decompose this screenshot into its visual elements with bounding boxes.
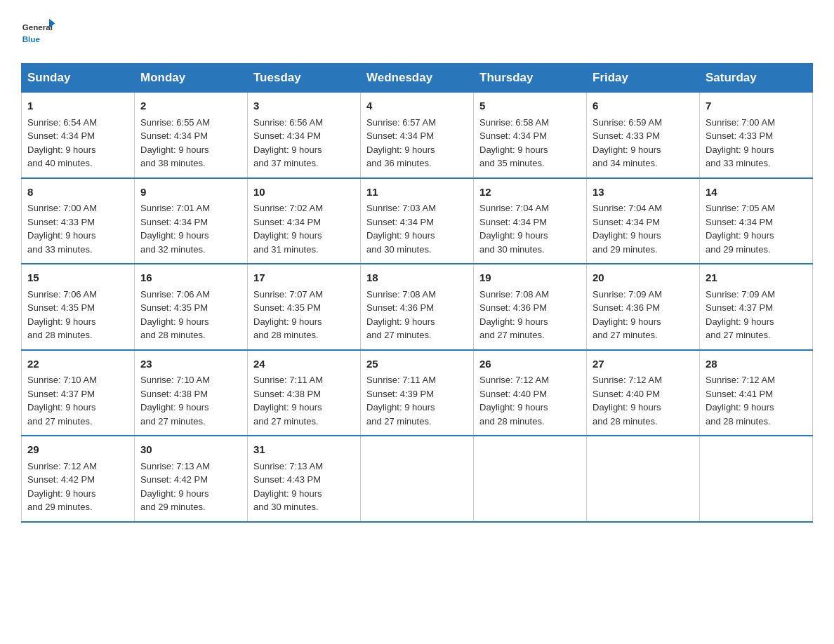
sunrise-line: Sunrise: 7:09 AM	[593, 288, 694, 302]
daylight-line: Daylight: 9 hours	[140, 143, 241, 157]
daylight-cont: and 30 minutes.	[253, 500, 355, 514]
sunset-line: Sunset: 4:33 PM	[593, 129, 694, 143]
sunset-line: Sunset: 4:34 PM	[27, 129, 128, 143]
daylight-line: Daylight: 9 hours	[140, 401, 241, 415]
day-number: 12	[479, 185, 581, 201]
daylight-cont: and 28 minutes.	[593, 415, 694, 429]
logo: General Blue	[21, 14, 59, 49]
daylight-line: Daylight: 9 hours	[479, 143, 581, 157]
day-number: 3	[253, 98, 355, 114]
day-number: 7	[706, 98, 807, 114]
calendar-cell: 10Sunrise: 7:02 AMSunset: 4:34 PMDayligh…	[248, 178, 361, 264]
day-number: 14	[706, 185, 807, 201]
daylight-line: Daylight: 9 hours	[140, 487, 241, 501]
calendar-cell: 12Sunrise: 7:04 AMSunset: 4:34 PMDayligh…	[474, 178, 587, 264]
sunrise-line: Sunrise: 7:01 AM	[140, 201, 241, 215]
sunrise-line: Sunrise: 7:12 AM	[593, 373, 694, 387]
daylight-line: Daylight: 9 hours	[253, 487, 355, 501]
daylight-cont: and 35 minutes.	[479, 156, 581, 170]
day-number: 29	[27, 442, 128, 458]
daylight-line: Daylight: 9 hours	[27, 143, 128, 157]
daylight-line: Daylight: 9 hours	[706, 401, 807, 415]
daylight-cont: and 28 minutes.	[140, 328, 241, 342]
daylight-cont: and 27 minutes.	[593, 328, 694, 342]
calendar-cell: 29Sunrise: 7:12 AMSunset: 4:42 PMDayligh…	[22, 436, 135, 522]
week-row-2: 8Sunrise: 7:00 AMSunset: 4:33 PMDaylight…	[22, 178, 813, 264]
calendar-cell: 14Sunrise: 7:05 AMSunset: 4:34 PMDayligh…	[700, 178, 813, 264]
sunrise-line: Sunrise: 7:11 AM	[253, 373, 355, 387]
sunset-line: Sunset: 4:35 PM	[253, 301, 355, 315]
sunrise-line: Sunrise: 7:08 AM	[479, 288, 581, 302]
weekday-header-row: SundayMondayTuesdayWednesdayThursdayFrid…	[22, 64, 813, 93]
sunrise-line: Sunrise: 6:54 AM	[27, 116, 128, 130]
header-sunday: Sunday	[22, 64, 135, 93]
calendar-cell: 24Sunrise: 7:11 AMSunset: 4:38 PMDayligh…	[248, 350, 361, 436]
calendar-cell: 7Sunrise: 7:00 AMSunset: 4:33 PMDaylight…	[700, 93, 813, 178]
day-number: 25	[366, 356, 468, 373]
daylight-cont: and 28 minutes.	[27, 328, 128, 342]
header-monday: Monday	[135, 64, 248, 93]
sunset-line: Sunset: 4:34 PM	[253, 215, 355, 229]
week-row-3: 15Sunrise: 7:06 AMSunset: 4:35 PMDayligh…	[22, 264, 813, 350]
calendar-cell: 6Sunrise: 6:59 AMSunset: 4:33 PMDaylight…	[587, 93, 700, 178]
daylight-line: Daylight: 9 hours	[706, 143, 807, 157]
day-number: 24	[253, 356, 355, 373]
daylight-line: Daylight: 9 hours	[366, 229, 468, 243]
day-number: 10	[253, 185, 355, 201]
sunrise-line: Sunrise: 7:02 AM	[253, 201, 355, 215]
calendar-cell: 30Sunrise: 7:13 AMSunset: 4:42 PMDayligh…	[135, 436, 248, 522]
sunrise-line: Sunrise: 7:04 AM	[479, 201, 581, 215]
calendar-cell: 21Sunrise: 7:09 AMSunset: 4:37 PMDayligh…	[700, 264, 813, 350]
day-number: 5	[479, 98, 581, 114]
daylight-line: Daylight: 9 hours	[366, 315, 468, 329]
week-row-1: 1Sunrise: 6:54 AMSunset: 4:34 PMDaylight…	[22, 93, 813, 178]
day-number: 17	[253, 270, 355, 286]
sunset-line: Sunset: 4:36 PM	[593, 301, 694, 315]
daylight-cont: and 40 minutes.	[27, 156, 128, 170]
sunset-line: Sunset: 4:35 PM	[140, 301, 241, 315]
calendar-cell: 28Sunrise: 7:12 AMSunset: 4:41 PMDayligh…	[700, 350, 813, 436]
sunrise-line: Sunrise: 7:12 AM	[706, 373, 807, 387]
sunrise-line: Sunrise: 7:10 AM	[27, 373, 128, 387]
calendar-cell: 11Sunrise: 7:03 AMSunset: 4:34 PMDayligh…	[361, 178, 474, 264]
header-saturday: Saturday	[700, 64, 813, 93]
daylight-line: Daylight: 9 hours	[706, 315, 807, 329]
calendar-cell: 17Sunrise: 7:07 AMSunset: 4:35 PMDayligh…	[248, 264, 361, 350]
daylight-line: Daylight: 9 hours	[593, 229, 694, 243]
daylight-cont: and 34 minutes.	[593, 156, 694, 170]
daylight-cont: and 29 minutes.	[706, 243, 807, 257]
daylight-cont: and 29 minutes.	[27, 500, 128, 514]
calendar-cell: 18Sunrise: 7:08 AMSunset: 4:36 PMDayligh…	[361, 264, 474, 350]
calendar-cell: 31Sunrise: 7:13 AMSunset: 4:43 PMDayligh…	[248, 436, 361, 522]
day-number: 15	[27, 270, 128, 286]
sunset-line: Sunset: 4:42 PM	[140, 473, 241, 487]
sunset-line: Sunset: 4:38 PM	[140, 387, 241, 401]
sunset-line: Sunset: 4:37 PM	[27, 387, 128, 401]
sunrise-line: Sunrise: 7:12 AM	[27, 459, 128, 474]
sunset-line: Sunset: 4:34 PM	[253, 129, 355, 143]
day-number: 19	[479, 270, 581, 286]
day-number: 31	[253, 442, 355, 458]
calendar-cell: 20Sunrise: 7:09 AMSunset: 4:36 PMDayligh…	[587, 264, 700, 350]
daylight-cont: and 37 minutes.	[253, 156, 355, 170]
daylight-line: Daylight: 9 hours	[593, 401, 694, 415]
sunrise-line: Sunrise: 7:09 AM	[706, 288, 807, 302]
daylight-cont: and 31 minutes.	[253, 243, 355, 257]
calendar-cell: 5Sunrise: 6:58 AMSunset: 4:34 PMDaylight…	[474, 93, 587, 178]
sunset-line: Sunset: 4:40 PM	[479, 387, 581, 401]
sunset-line: Sunset: 4:42 PM	[27, 473, 128, 487]
daylight-cont: and 27 minutes.	[366, 328, 468, 342]
calendar-cell: 8Sunrise: 7:00 AMSunset: 4:33 PMDaylight…	[22, 178, 135, 264]
sunrise-line: Sunrise: 7:06 AM	[140, 288, 241, 302]
daylight-cont: and 30 minutes.	[479, 243, 581, 257]
sunset-line: Sunset: 4:34 PM	[366, 215, 468, 229]
daylight-line: Daylight: 9 hours	[253, 401, 355, 415]
day-number: 27	[593, 356, 694, 373]
day-number: 22	[27, 356, 128, 373]
svg-text:Blue: Blue	[22, 34, 41, 43]
calendar-cell: 1Sunrise: 6:54 AMSunset: 4:34 PMDaylight…	[22, 93, 135, 178]
daylight-cont: and 38 minutes.	[140, 156, 241, 170]
daylight-cont: and 27 minutes.	[253, 415, 355, 429]
header-thursday: Thursday	[474, 64, 587, 93]
calendar-cell: 16Sunrise: 7:06 AMSunset: 4:35 PMDayligh…	[135, 264, 248, 350]
